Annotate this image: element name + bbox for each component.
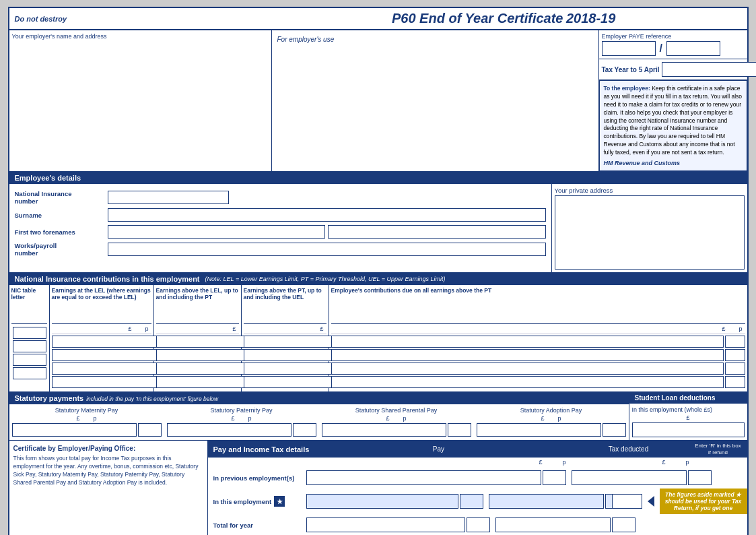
nic-letter-3[interactable] — [13, 354, 46, 366]
this-employment-row-wrapper: In this employment ★ — [208, 489, 747, 514]
statutory-note: included in the pay 'In this employment'… — [86, 396, 218, 402]
ni-input[interactable] — [108, 191, 229, 204]
nic-col5-r3-pounds[interactable] — [331, 363, 724, 375]
private-address-input[interactable] — [555, 196, 744, 269]
shared-parental-pence[interactable] — [448, 423, 471, 437]
nic-col2-row2-pounds[interactable] — [52, 349, 167, 361]
prev-pay-pence[interactable] — [543, 470, 566, 485]
surname-input[interactable] — [108, 208, 546, 222]
paye-ref-input-right[interactable] — [666, 41, 720, 56]
private-address-box — [555, 195, 745, 270]
shared-parental-currency: £ p — [322, 415, 471, 422]
forename1-input[interactable] — [108, 225, 326, 239]
nic-letter-4[interactable] — [13, 367, 46, 379]
total-pay-pence[interactable] — [467, 517, 490, 532]
total-tax-pounds[interactable] — [495, 517, 611, 532]
pay-col-label: Pay — [314, 445, 562, 453]
ni-row: National Insurance number — [15, 190, 546, 205]
nic-col5-r1-pounds[interactable] — [331, 336, 724, 348]
maternity-pounds[interactable] — [12, 423, 137, 437]
notice-bold: To the employee: — [604, 85, 650, 92]
nic-col2-inputs — [52, 334, 151, 389]
statutory-section: Statutory payments included in the pay '… — [9, 392, 747, 441]
nic-col5-r4-pence[interactable] — [725, 376, 745, 388]
prev-pay-pounds[interactable] — [306, 470, 541, 485]
nic-col5-r2-pence[interactable] — [725, 349, 745, 361]
shared-parental-inputs — [322, 423, 471, 437]
nic-col5-r2-pounds[interactable] — [331, 349, 724, 361]
total-tax-pence[interactable] — [612, 517, 635, 532]
paternity-pence[interactable] — [293, 423, 316, 437]
paye-ref-input-left[interactable] — [602, 41, 656, 56]
this-pay-inputs — [306, 494, 483, 509]
nic-col2-row3-pounds[interactable] — [52, 363, 167, 375]
works-input[interactable] — [108, 243, 546, 256]
nic-col1-inputs — [11, 324, 47, 382]
maternity-label: Statutory Maternity Pay — [12, 407, 162, 414]
total-tax-inputs — [495, 517, 613, 532]
nic-col2-row1-pounds[interactable] — [52, 336, 167, 348]
paternity-pounds[interactable] — [167, 423, 291, 437]
nic-pound: £ — [128, 325, 131, 332]
paternity-label: Statutory Paternity Pay — [167, 407, 316, 414]
nic-col5-r3-pence[interactable] — [725, 363, 745, 375]
prev-tax-pounds[interactable] — [572, 470, 687, 485]
adoption-currency: £ p — [477, 415, 626, 422]
private-address-label: Your private address — [555, 187, 745, 194]
tax-col-label: Tax deducted — [568, 445, 689, 453]
student-loan-input[interactable] — [632, 422, 745, 437]
employee-right: Your private address — [552, 184, 747, 272]
nic-letter-2[interactable] — [13, 340, 46, 352]
nic-col2-row4-pounds[interactable] — [52, 376, 167, 388]
paye-ref-input-row: / — [602, 41, 745, 56]
statutory-adoption: Statutory Adoption Pay £ p — [477, 407, 626, 437]
employer-address-label: Your employer's name and address — [12, 33, 269, 40]
total-label: Total for year — [213, 522, 301, 529]
adoption-pounds[interactable] — [477, 423, 601, 437]
nic-col5-p: p — [738, 325, 742, 332]
nic-col2-currency: £ p — [52, 324, 151, 334]
nic-col5-r4-pounds[interactable] — [331, 376, 724, 388]
nic-col-1: NIC table letter — [9, 285, 50, 391]
student-loan-currency: £ — [632, 414, 745, 421]
nic-row-1 — [52, 336, 151, 348]
triangle-marker — [648, 496, 654, 507]
maternity-pence[interactable] — [138, 423, 162, 437]
this-refund-area — [612, 494, 642, 509]
maternity-currency: £ p — [12, 415, 162, 422]
this-refund-input[interactable] — [612, 494, 642, 509]
tax-year-input[interactable] — [662, 62, 756, 77]
statutory-header: Statutory payments included in the pay '… — [9, 392, 629, 404]
header: Do not destroy P60 End of Year Certifica… — [9, 8, 747, 30]
shared-parental-pounds[interactable] — [322, 423, 446, 437]
tax-p: p — [685, 459, 689, 466]
this-pay-pence[interactable] — [460, 494, 483, 509]
nic-letter-1[interactable] — [13, 327, 46, 339]
total-pay-pounds[interactable] — [306, 517, 465, 532]
pay-p: p — [562, 459, 565, 466]
employee-left: National Insurance number Surname First … — [9, 184, 552, 272]
employer-use-input[interactable] — [275, 46, 596, 86]
nic-row-2 — [52, 349, 151, 361]
tax-year-label: Tax Year to 5 April — [602, 66, 660, 73]
forename2-input[interactable] — [328, 225, 546, 239]
ni-label: National Insurance number — [15, 190, 102, 205]
paye-ref-label: Employer PAYE reference — [602, 33, 745, 40]
adoption-pence[interactable] — [603, 423, 626, 437]
hmrc-signature: HM Revenue and Customs — [604, 160, 681, 166]
adoption-label: Statutory Adoption Pay — [477, 407, 626, 414]
nic-title: National Insurance contributions in this… — [15, 275, 200, 283]
this-pay-pounds[interactable] — [306, 494, 458, 509]
nic-row-3 — [52, 363, 151, 375]
surname-label: Surname — [15, 212, 102, 219]
prev-tax-inputs — [572, 470, 689, 485]
statutory-left: Statutory payments included in the pay '… — [9, 392, 629, 440]
prev-employment-row: In previous employment(s) — [208, 469, 747, 486]
this-tax-pounds[interactable] — [489, 494, 604, 509]
p60-form: Do not destroy P60 End of Year Certifica… — [8, 7, 749, 535]
prev-tax-pence[interactable] — [688, 470, 712, 485]
nic-col5-r1-pence[interactable] — [725, 336, 745, 348]
do-not-destroy: Do not destroy — [9, 12, 261, 26]
nic-col5-pound: £ — [722, 325, 725, 332]
employer-address-input[interactable] — [12, 42, 269, 103]
